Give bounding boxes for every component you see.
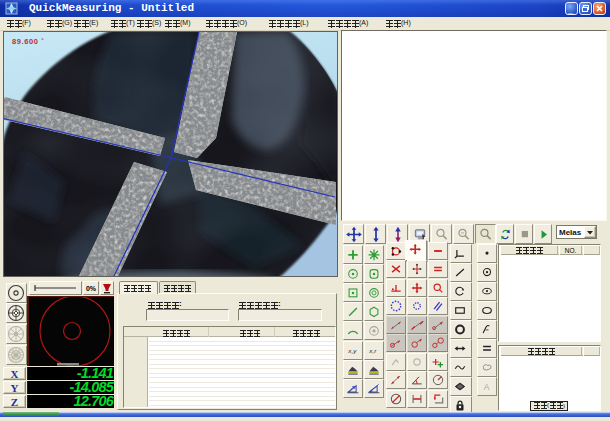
svg-text:A: A [484,382,490,392]
svg-text:x,r: x,r [368,347,377,354]
svg-text:x,y: x,y [347,347,357,354]
